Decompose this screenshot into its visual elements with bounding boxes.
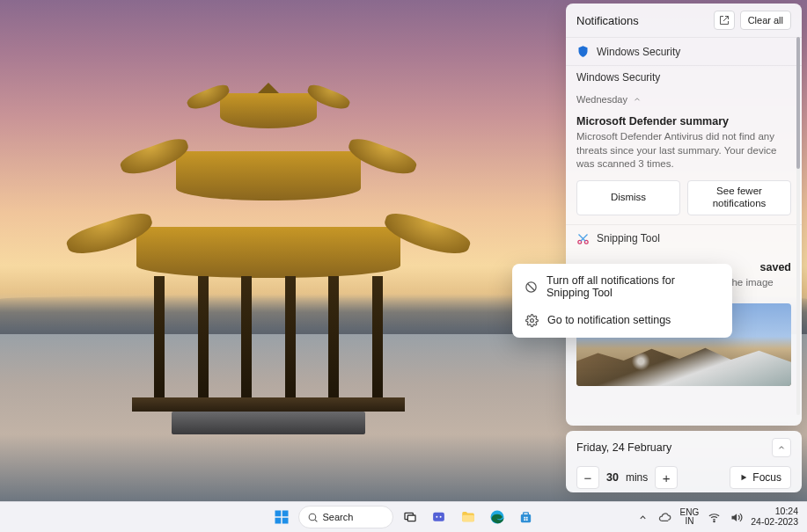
svg-point-15 <box>436 515 437 517</box>
svg-rect-20 <box>524 512 529 514</box>
folder-icon <box>460 509 476 525</box>
focus-start-button[interactable]: Focus <box>730 466 791 489</box>
notification-settings-button[interactable] <box>714 11 735 30</box>
store-button[interactable] <box>514 505 539 529</box>
chat-button[interactable] <box>427 505 451 529</box>
windows-icon <box>274 509 290 525</box>
see-fewer-button[interactable]: See fewer notifications <box>687 180 791 215</box>
svg-point-25 <box>714 521 715 521</box>
chevron-up-icon <box>777 443 786 452</box>
svg-point-16 <box>440 515 442 517</box>
calendar-collapse-button[interactable] <box>772 438 791 457</box>
taskbar: Search ENG IN <box>0 501 807 532</box>
svg-point-4 <box>530 318 533 322</box>
svg-rect-6 <box>275 511 281 517</box>
taskbar-clock[interactable]: 10:24 24-02-2023 <box>751 506 798 527</box>
focus-label: Focus <box>752 471 781 484</box>
svg-rect-13 <box>407 515 415 521</box>
volume-button[interactable] <box>729 510 743 524</box>
svg-rect-22 <box>526 516 528 518</box>
notification-body: Microsoft Defender Antivirus did not fin… <box>576 130 791 171</box>
prohibit-icon <box>525 280 538 294</box>
group-windows-security[interactable]: Windows Security <box>566 37 802 65</box>
chevron-up-icon <box>638 513 648 522</box>
tray-overflow-button[interactable] <box>636 510 650 524</box>
file-explorer-button[interactable] <box>456 505 481 529</box>
svg-rect-7 <box>282 511 288 517</box>
ctx-item-label: Turn off all notifications for Snipping … <box>547 274 720 299</box>
notification-title: Microsoft Defender summary <box>576 115 791 128</box>
group-day-row[interactable]: Wednesday <box>566 89 802 110</box>
snipping-tool-icon <box>576 232 590 245</box>
edge-button[interactable] <box>485 505 510 529</box>
svg-rect-17 <box>462 515 474 522</box>
open-settings-icon <box>719 15 730 26</box>
focus-decrement-button[interactable]: − <box>576 466 599 489</box>
clock-date: 24-02-2023 <box>751 517 798 528</box>
task-view-button[interactable] <box>398 505 422 529</box>
search-icon <box>307 512 319 523</box>
store-icon <box>518 510 533 525</box>
taskbar-search[interactable]: Search <box>298 506 393 528</box>
start-button[interactable] <box>269 505 294 529</box>
group-title-security: Windows Security <box>597 46 680 58</box>
calendar-focus-card: Friday, 24 February − 30 mins + Focus <box>566 431 802 492</box>
svg-rect-14 <box>433 512 444 521</box>
group-day-label: Wednesday <box>576 94 627 105</box>
play-icon <box>739 473 748 482</box>
ctx-turn-off-notifications[interactable]: Turn off all notifications for Snipping … <box>516 267 729 306</box>
ctx-item-label: Go to notification settings <box>547 314 671 326</box>
svg-marker-5 <box>742 475 747 481</box>
notification-defender-summary[interactable]: Microsoft Defender summary Microsoft Def… <box>566 110 802 224</box>
chevron-up-icon <box>633 95 642 104</box>
group-title-snip: Snipping Tool <box>597 232 660 244</box>
svg-marker-26 <box>731 514 737 521</box>
notification-center-title: Notifications <box>576 14 714 27</box>
group-subhead-security: Windows Security <box>566 65 802 89</box>
svg-rect-23 <box>524 519 525 521</box>
svg-point-10 <box>309 514 316 521</box>
search-label: Search <box>323 512 354 522</box>
lang-bottom: IN <box>685 517 693 526</box>
language-indicator[interactable]: ENG IN <box>680 508 700 526</box>
edge-icon <box>489 509 505 525</box>
onedrive-button[interactable] <box>658 510 672 524</box>
shield-icon <box>576 45 590 58</box>
svg-rect-21 <box>524 516 525 518</box>
panel-scrollbar[interactable] <box>796 37 800 415</box>
wifi-button[interactable] <box>707 510 721 524</box>
focus-increment-button[interactable]: + <box>655 466 678 489</box>
wifi-icon <box>708 511 721 524</box>
chat-icon <box>431 510 446 525</box>
svg-rect-9 <box>282 518 288 524</box>
focus-minutes-value: 30 <box>606 471 619 484</box>
task-view-icon <box>403 510 417 524</box>
svg-line-11 <box>315 520 317 521</box>
calendar-date: Friday, 24 February <box>576 441 772 454</box>
cloud-icon <box>658 511 671 524</box>
ctx-notification-settings[interactable]: Go to notification settings <box>516 306 729 334</box>
clear-all-button[interactable]: Clear all <box>740 11 791 30</box>
svg-rect-24 <box>526 519 528 521</box>
speaker-icon <box>730 511 743 524</box>
focus-minutes-unit: mins <box>626 471 648 484</box>
notification-context-menu: Turn off all notifications for Snipping … <box>512 264 732 338</box>
notification-center: Notifications Clear all Windows Security… <box>566 4 802 426</box>
group-snipping-tool[interactable]: Snipping Tool <box>566 224 802 252</box>
dismiss-button[interactable]: Dismiss <box>576 180 680 215</box>
pagoda-illustration <box>123 70 414 413</box>
gear-icon <box>525 313 539 327</box>
svg-rect-8 <box>275 518 281 524</box>
svg-line-3 <box>527 283 534 290</box>
